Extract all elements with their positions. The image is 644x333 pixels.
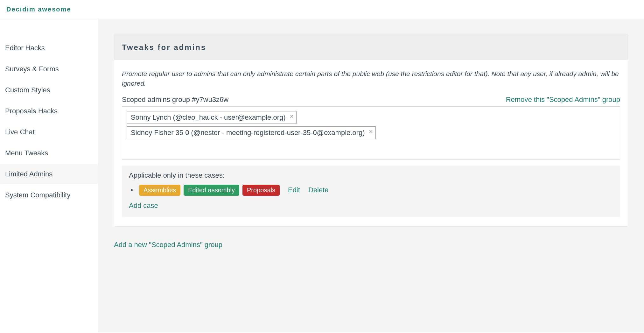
users-tagbox[interactable]: Sonny Lynch (@cleo_hauck - user@example.… — [122, 106, 620, 160]
brand[interactable]: Decidim awesome — [6, 6, 71, 13]
group-header-row: Scoped admins group #y7wu3z6w Remove thi… — [122, 96, 620, 104]
user-tag: Sonny Lynch (@cleo_hauck - user@example.… — [127, 111, 297, 124]
chip-assemblies[interactable]: Assemblies — [139, 185, 180, 196]
sidebar-item-live-chat[interactable]: Live Chat — [0, 122, 98, 142]
delete-link[interactable]: Delete — [308, 186, 329, 194]
edit-link[interactable]: Edit — [288, 186, 300, 194]
chip-edited-assembly[interactable]: Edited assembly — [184, 185, 239, 196]
panel: Tweaks for admins Promote regular user t… — [114, 34, 628, 227]
remove-group-link[interactable]: Remove this "Scoped Admins" group — [506, 96, 620, 104]
sidebar-item-proposals-hacks[interactable]: Proposals Hacks — [0, 101, 98, 121]
user-tag-label: Sidney Fisher 35 0 (@nestor - meeting-re… — [131, 129, 365, 137]
sidebar-item-system-compat[interactable]: System Compatibility — [0, 185, 98, 205]
group-label: Scoped admins group #y7wu3z6w — [122, 96, 228, 104]
case-row: Assemblies Edited assembly Proposals Edi… — [129, 185, 613, 196]
chip-proposals[interactable]: Proposals — [242, 185, 280, 196]
user-tag-label: Sonny Lynch (@cleo_hauck - user@example.… — [131, 113, 286, 122]
user-tag: Sidney Fisher 35 0 (@nestor - meeting-re… — [127, 126, 376, 139]
panel-header: Tweaks for admins — [114, 34, 628, 60]
applicable-title: Applicable only in these cases: — [129, 171, 613, 180]
sidebar-item-menu-tweaks[interactable]: Menu Tweaks — [0, 143, 98, 163]
close-icon[interactable]: ✕ — [290, 114, 294, 119]
sidebar: Editor Hacks Surveys & Forms Custom Styl… — [0, 19, 98, 332]
applicable-box: Applicable only in these cases: Assembli… — [122, 166, 620, 217]
helper-text: Promote regular user to admins that can … — [122, 69, 620, 89]
topbar: Decidim awesome — [0, 0, 644, 19]
add-group-link[interactable]: Add a new "Scoped Admins" group — [114, 241, 628, 249]
panel-body: Promote regular user to admins that can … — [114, 60, 628, 226]
sidebar-item-custom-styles[interactable]: Custom Styles — [0, 80, 98, 100]
add-case-link[interactable]: Add case — [129, 202, 158, 209]
panel-title: Tweaks for admins — [122, 43, 620, 52]
sidebar-item-surveys[interactable]: Surveys & Forms — [0, 59, 98, 79]
layout: Editor Hacks Surveys & Forms Custom Styl… — [0, 19, 644, 332]
close-icon[interactable]: ✕ — [369, 129, 373, 134]
sidebar-item-editor-hacks[interactable]: Editor Hacks — [0, 38, 98, 58]
sidebar-item-limited-admins[interactable]: Limited Admins — [0, 164, 98, 184]
bullet-icon — [131, 189, 133, 191]
content: Tweaks for admins Promote regular user t… — [98, 19, 644, 332]
